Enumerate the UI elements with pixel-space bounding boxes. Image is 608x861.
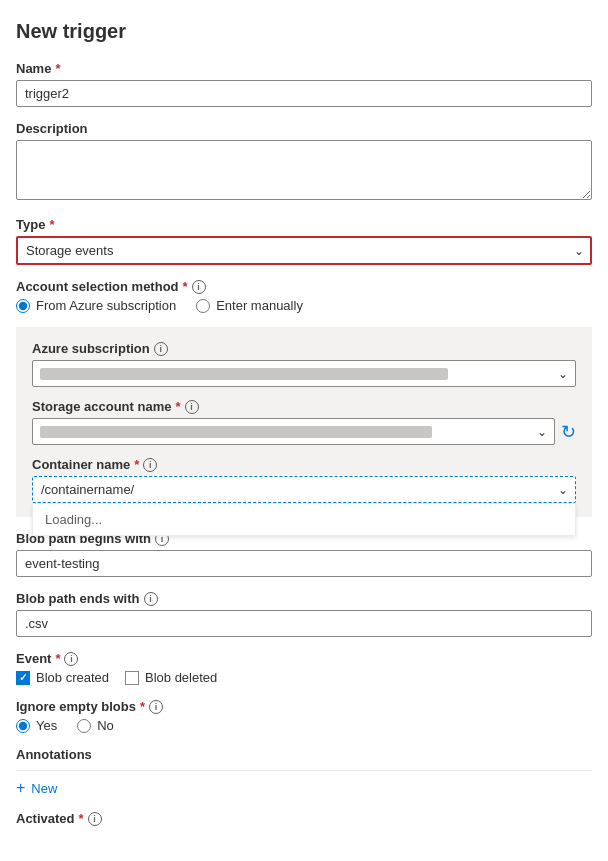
refresh-icon[interactable]: ↻ <box>561 421 576 443</box>
storage-account-info-icon[interactable]: i <box>185 400 199 414</box>
plus-icon: + <box>16 779 25 797</box>
blob-deleted-checkbox-label[interactable]: Blob deleted <box>125 670 217 685</box>
blob-path-ends-label: Blob path ends with i <box>16 591 592 606</box>
blob-path-begins-field-group: Blob path begins with i <box>16 531 592 577</box>
blob-deleted-checkbox[interactable] <box>125 671 139 685</box>
description-input[interactable] <box>16 140 592 200</box>
container-name-field-group: Container name * i /containername/ ⌄ Loa… <box>32 457 576 503</box>
event-info-icon[interactable]: i <box>64 652 78 666</box>
add-annotation-button[interactable]: + New <box>16 779 57 797</box>
activated-info-icon[interactable]: i <box>88 812 102 826</box>
ignore-empty-yes-radio[interactable]: Yes <box>16 718 57 733</box>
description-field-group: Description <box>16 121 592 203</box>
account-selection-label: Account selection method * i <box>16 279 592 294</box>
azure-subscription-info-icon[interactable]: i <box>154 342 168 356</box>
container-name-label: Container name * i <box>32 457 576 472</box>
type-label: Type * <box>16 217 592 232</box>
description-label: Description <box>16 121 592 136</box>
blob-created-checkbox[interactable] <box>16 671 30 685</box>
name-field-group: Name * <box>16 61 592 107</box>
radio-enter-manually[interactable]: Enter manually <box>196 298 303 313</box>
container-name-info-icon[interactable]: i <box>143 458 157 472</box>
ignore-empty-no-radio[interactable]: No <box>77 718 114 733</box>
blob-path-ends-input[interactable] <box>16 610 592 637</box>
account-selection-info-icon[interactable]: i <box>192 280 206 294</box>
name-input[interactable] <box>16 80 592 107</box>
type-required-star: * <box>49 217 54 232</box>
activated-required-star: * <box>79 811 84 826</box>
storage-account-required-star: * <box>175 399 180 414</box>
account-selection-radio-group: From Azure subscription Enter manually <box>16 298 592 313</box>
event-checkbox-group: Blob created Blob deleted <box>16 670 592 685</box>
blob-path-ends-field-group: Blob path ends with i <box>16 591 592 637</box>
type-field-group: Type * Storage events ⌄ <box>16 217 592 265</box>
blob-created-checkbox-label[interactable]: Blob created <box>16 670 109 685</box>
azure-subscription-field-group: Azure subscription i ⌄ <box>32 341 576 387</box>
event-label: Event * i <box>16 651 592 666</box>
radio-manual-input[interactable] <box>196 299 210 313</box>
page-title: New trigger <box>16 20 592 43</box>
container-name-select[interactable]: /containername/ <box>32 476 576 503</box>
container-name-select-wrapper: /containername/ ⌄ Loading... <box>32 476 576 503</box>
radio-azure-subscription[interactable]: From Azure subscription <box>16 298 176 313</box>
azure-subscription-gray-bar <box>40 368 448 380</box>
activated-field-group: Activated * i <box>16 811 592 826</box>
type-select-wrapper: Storage events ⌄ <box>16 236 592 265</box>
blob-path-ends-info-icon[interactable]: i <box>144 592 158 606</box>
blob-path-begins-input[interactable] <box>16 550 592 577</box>
name-required-star: * <box>55 61 60 76</box>
ignore-empty-blobs-field-group: Ignore empty blobs * i Yes No <box>16 699 592 733</box>
container-name-required-star: * <box>134 457 139 472</box>
annotations-label: Annotations <box>16 747 592 762</box>
ignore-empty-info-icon[interactable]: i <box>149 700 163 714</box>
ignore-empty-radio-group: Yes No <box>16 718 592 733</box>
annotations-section: Annotations + New <box>16 747 592 797</box>
event-field-group: Event * i Blob created Blob deleted <box>16 651 592 685</box>
ignore-empty-required-star: * <box>140 699 145 714</box>
activated-label: Activated * i <box>16 811 592 826</box>
name-label: Name * <box>16 61 592 76</box>
event-required-star: * <box>55 651 60 666</box>
ignore-empty-blobs-label: Ignore empty blobs * i <box>16 699 592 714</box>
type-select[interactable]: Storage events <box>16 236 592 265</box>
loading-dropdown: Loading... <box>32 503 576 536</box>
azure-subscription-label: Azure subscription i <box>32 341 576 356</box>
radio-azure-input[interactable] <box>16 299 30 313</box>
storage-account-select-wrapper: ⌄ <box>32 418 555 445</box>
storage-account-gray-bar <box>40 426 432 438</box>
account-selection-field-group: Account selection method * i From Azure … <box>16 279 592 313</box>
azure-section: Azure subscription i ⌄ Storage account n… <box>16 327 592 517</box>
account-selection-required-star: * <box>183 279 188 294</box>
azure-subscription-select-wrapper: ⌄ <box>32 360 576 387</box>
storage-account-field-group: Storage account name * i ⌄ ↻ <box>32 399 576 445</box>
annotations-divider <box>16 770 592 771</box>
storage-account-with-refresh: ⌄ ↻ <box>32 418 576 445</box>
storage-account-label: Storage account name * i <box>32 399 576 414</box>
ignore-empty-no-input[interactable] <box>77 719 91 733</box>
ignore-empty-yes-input[interactable] <box>16 719 30 733</box>
